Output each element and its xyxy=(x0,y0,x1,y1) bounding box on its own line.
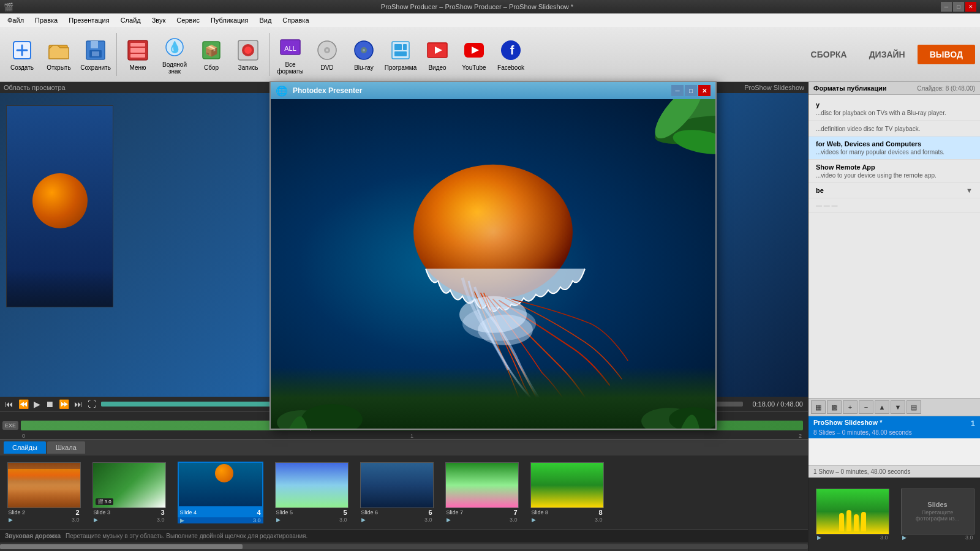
menu-presentation[interactable]: Презентация xyxy=(64,15,114,25)
format-hd[interactable]: ...definition video disc for TV playback… xyxy=(809,121,980,137)
slides-indicator: Слайдов: 8 (0:48.00) xyxy=(917,85,975,92)
right-filmstrip: ▶ 3.0 Slides Перетащитефотографии из... … xyxy=(809,478,980,551)
tab-design[interactable]: ДИЗАЙН xyxy=(859,46,915,63)
slide-thumb-2[interactable]: Slide 2 2 ▶ 3.0 xyxy=(2,462,85,523)
slide-play-4[interactable]: ▶ xyxy=(180,517,184,523)
open-icon xyxy=(46,37,72,63)
menu-edit[interactable]: Правка xyxy=(30,15,62,25)
filmstrip: Slide 2 2 ▶ 3.0 🎬 3.0 xyxy=(0,455,808,529)
menu-slide[interactable]: Слайд xyxy=(116,15,146,25)
slide-info-4: Slide 4 4 xyxy=(178,508,263,517)
back-button[interactable]: ⏪ xyxy=(18,399,29,409)
tab-slides[interactable]: Слайды xyxy=(4,441,46,454)
slide-bottom-7: ▶ 3.0 xyxy=(445,517,519,523)
right-slide-tulips[interactable]: ▶ 3.0 xyxy=(811,489,894,541)
format-bluray[interactable]: y ...disc for playback on TVs with a Blu… xyxy=(809,97,980,121)
tulip-2 xyxy=(846,510,851,531)
slide-bottom-4: ▶ 3.0 xyxy=(178,517,263,523)
formats-button[interactable]: ALL Все форматы xyxy=(273,30,307,79)
pl-btn-list[interactable]: ▤ xyxy=(907,400,921,414)
playlist-name-1: ProShow Slideshow * xyxy=(813,419,882,428)
format-youtube[interactable]: be ▼ xyxy=(809,183,980,198)
minimize-button[interactable]: ─ xyxy=(941,2,952,12)
program-button[interactable]: Программа xyxy=(383,30,418,79)
pl-btn-down[interactable]: ▼ xyxy=(891,400,905,414)
slide-name-6: Slide 6 xyxy=(361,509,379,515)
create-button[interactable]: Создать xyxy=(5,30,39,79)
pl-btn-up[interactable]: ▲ xyxy=(875,400,889,414)
dvd-button[interactable]: DVD xyxy=(310,30,344,79)
pl-btn-remove[interactable]: − xyxy=(859,400,873,414)
slide-thumb-4[interactable]: Slide 4 4 ▶ 3.0 xyxy=(173,462,268,523)
collect-icon: 📦 xyxy=(198,37,224,63)
pl-btn-add[interactable]: + xyxy=(843,400,858,414)
menu-tool-button[interactable]: Меню xyxy=(121,30,155,79)
format-bluray-desc: ...disc for playback on TVs with a Blu-r… xyxy=(816,110,973,116)
menu-service[interactable]: Сервис xyxy=(172,15,205,25)
skip-end-button[interactable]: ⏭ xyxy=(74,399,83,409)
play-button[interactable]: ▶ xyxy=(34,399,40,409)
menu-sound[interactable]: Звук xyxy=(147,15,171,25)
menu-file[interactable]: Файл xyxy=(2,15,29,25)
slide-thumb-8[interactable]: Slide 8 8 ▶ 3.0 xyxy=(526,462,608,523)
svg-rect-9 xyxy=(130,54,145,58)
pd-maximize-button[interactable]: □ xyxy=(685,85,697,96)
scrollbar-thumb[interactable] xyxy=(0,544,243,549)
slide-num-4: 4 xyxy=(257,509,260,516)
right-play-end[interactable]: ▶ xyxy=(902,534,907,541)
pl-btn-grid1[interactable]: ▦ xyxy=(811,400,826,414)
record-button[interactable]: Запись xyxy=(231,30,265,79)
pd-close-button[interactable]: ✕ xyxy=(698,85,710,96)
fullscreen-button[interactable]: ⛶ xyxy=(88,399,96,409)
slide-dur-3: 3.0 xyxy=(157,517,165,523)
bluray-button[interactable]: Blu-ray xyxy=(347,30,381,79)
slide-thumb-7[interactable]: Slide 7 7 ▶ 3.0 xyxy=(440,462,523,523)
slide-play-6[interactable]: ▶ xyxy=(361,517,366,523)
forward-button[interactable]: ⏩ xyxy=(59,399,69,409)
close-button[interactable]: ✕ xyxy=(965,2,976,12)
svg-rect-26 xyxy=(394,44,402,50)
video-icon xyxy=(424,37,450,63)
slide-thumb-6[interactable]: Slide 6 6 ▶ 3.0 xyxy=(355,462,438,523)
pd-minimize-button[interactable]: ─ xyxy=(671,85,684,96)
slide-thumb-3[interactable]: 🎬 3.0 Slide 3 3 ▶ 3.0 xyxy=(88,462,170,523)
facebook-button[interactable]: f Facebook xyxy=(494,30,528,79)
slide-img-6 xyxy=(360,462,434,508)
svg-point-24 xyxy=(363,49,365,51)
right-play-tulips[interactable]: ▶ xyxy=(817,534,821,541)
video-button[interactable]: Видео xyxy=(420,30,454,79)
maximize-button[interactable]: □ xyxy=(953,2,964,12)
youtube-button[interactable]: YouTube xyxy=(457,30,491,79)
tab-output[interactable]: ВЫВОД xyxy=(918,45,975,64)
slide-play-3[interactable]: ▶ xyxy=(94,517,98,523)
slide-play-5[interactable]: ▶ xyxy=(276,517,281,523)
stop-button[interactable]: ⏹ xyxy=(45,399,54,409)
slide-img-5 xyxy=(275,462,349,508)
horizontal-scrollbar[interactable] xyxy=(0,542,808,551)
slide-img-3: 🎬 3.0 xyxy=(92,462,166,508)
slide-play-8[interactable]: ▶ xyxy=(532,517,536,523)
right-slide-end[interactable]: Slides Перетащитефотографии из... ▶ 3.0 xyxy=(896,489,979,541)
skip-start-button[interactable]: ⏮ xyxy=(5,399,13,409)
format-expand-icon[interactable]: ▼ xyxy=(966,187,973,194)
slides-label: Slides xyxy=(916,501,959,508)
menu-view[interactable]: Вид xyxy=(254,15,276,25)
collect-button[interactable]: 📦 Сбор xyxy=(194,30,228,79)
menu-help[interactable]: Справка xyxy=(277,15,314,25)
view-tabs: СБОРКА ДИЗАЙН ВЫВОД xyxy=(801,45,975,64)
format-web[interactable]: for Web, Devices and Computers ...videos… xyxy=(809,137,980,160)
menu-publish[interactable]: Публикация xyxy=(206,15,253,25)
slide-play-2[interactable]: ▶ xyxy=(9,517,13,523)
playlist-item-1[interactable]: ProShow Slideshow * 1 8 Slides – 0 minut… xyxy=(809,416,980,438)
format-remote[interactable]: Show Remote App ...video to your device … xyxy=(809,160,980,183)
pl-btn-grid2[interactable]: ▩ xyxy=(827,400,842,414)
watermark-button[interactable]: 💧 Водяной знак xyxy=(157,30,192,79)
slide-play-7[interactable]: ▶ xyxy=(447,517,451,523)
save-button[interactable]: Сохранить xyxy=(78,30,113,79)
slide-thumb-5[interactable]: Slide 5 5 ▶ 3.0 xyxy=(270,462,353,523)
open-button[interactable]: Открыть xyxy=(42,30,76,79)
photodex-app-icon: 🌐 xyxy=(276,85,288,97)
tab-assembly[interactable]: СБОРКА xyxy=(801,46,857,63)
svg-point-43 xyxy=(462,307,536,341)
tab-timeline[interactable]: Шкала xyxy=(47,441,85,454)
